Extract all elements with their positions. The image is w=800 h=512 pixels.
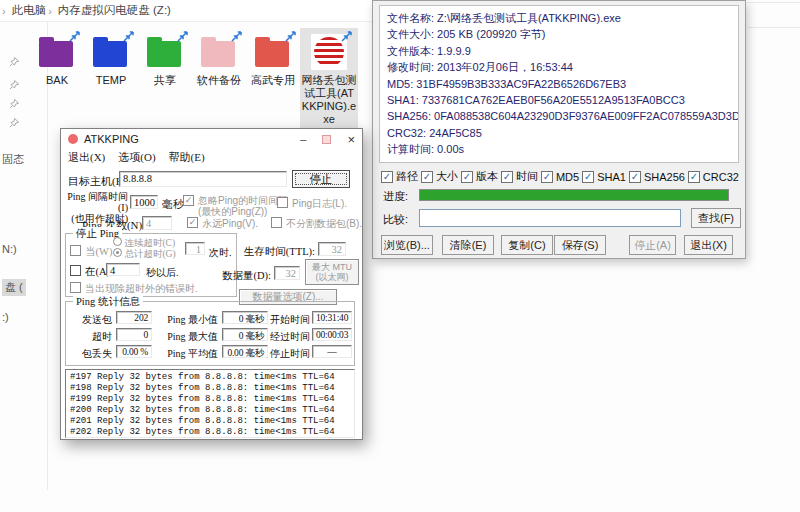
title-bar[interactable]: ATKKPING – ×	[61, 129, 362, 149]
stat-label: Ping 最大值	[156, 330, 218, 344]
compare-input[interactable]	[419, 209, 681, 227]
file-item-share[interactable]: 共享	[138, 28, 192, 89]
pin-icon[interactable]	[8, 79, 20, 91]
stop-after-checkbox[interactable]: 在(A)	[70, 265, 110, 279]
file-label: 网络丢包测试工具(ATKKPING).exe	[301, 74, 357, 126]
pin-icon[interactable]	[8, 56, 20, 68]
ttl-input[interactable]: 32	[318, 242, 346, 256]
atkkping-window: ATKKPING – × 退出(X) 选项(O) 帮助(E) 目标主机(H): …	[60, 128, 363, 440]
ping-forever-checkbox[interactable]: ✓ 永远Ping(V).	[187, 217, 258, 231]
ping-log-area[interactable]: #197 Reply 32 bytes from 8.8.8.8: time<1…	[65, 369, 355, 438]
no-split-checkbox[interactable]: 不分割数据包(B).	[271, 217, 362, 231]
file-name-line: 文件名称: Z:\网络丢包测试工具(ATKKPING).exe	[387, 10, 731, 26]
file-list: BAK TEMP 共享 软件备份 高武专用 网络丢包测试工具	[30, 28, 358, 128]
folder-icon	[199, 32, 239, 72]
stat-label: 发送包	[68, 313, 112, 327]
checkbox-version[interactable]: ✓版本	[461, 169, 498, 184]
folder-icon	[37, 32, 77, 72]
seconds-suffix-label: 秒以后.	[146, 266, 179, 280]
copy-button[interactable]: 复制(C)	[501, 235, 553, 255]
checkbox-icon	[70, 282, 81, 293]
target-host-input[interactable]: 8.8.8.8	[119, 171, 287, 187]
file-item-atkkping-exe[interactable]: 网络丢包测试工具(ATKKPING).exe	[300, 28, 358, 128]
checkbox-icon: ✓	[629, 171, 641, 183]
checkbox-label: 当出现除超时外的错误时.	[85, 282, 198, 296]
app-icon	[309, 32, 349, 72]
exit-button[interactable]: 退出(X)	[684, 235, 733, 255]
sidebar-item-drive-z[interactable]: 盘 (	[2, 279, 26, 296]
pin-icon[interactable]	[8, 98, 20, 110]
stop-on-error-checkbox[interactable]: 当出现除超时外的错误时.	[70, 282, 198, 296]
calc-time-line: 计算时间: 0.00s	[387, 141, 731, 157]
file-size-line: 文件大小: 205 KB (209920 字节)	[387, 26, 731, 42]
close-icon[interactable]: ×	[347, 132, 355, 147]
timeout-count-input[interactable]: 1	[185, 242, 205, 255]
maximize-icon[interactable]	[322, 135, 331, 144]
hash-info-panel[interactable]: 文件名称: Z:\网络丢包测试工具(ATKKPING).exe 文件大小: 20…	[379, 5, 739, 163]
file-item-special[interactable]: 高武专用	[246, 28, 300, 89]
folder-icon	[253, 32, 293, 72]
browse-button[interactable]: 浏览(B)...	[381, 235, 433, 255]
menu-options[interactable]: 选项(O)	[118, 150, 155, 165]
log-line: #198 Reply 32 bytes from 8.8.8.8: time<1…	[70, 383, 350, 394]
find-button[interactable]: 查找(F)	[691, 208, 741, 228]
stop-button[interactable]: 停止(A)	[629, 235, 676, 255]
data-size-input[interactable]: 32	[274, 266, 300, 280]
crc32-line: CRC32: 24AF5C85	[387, 125, 731, 141]
md5-line: MD5: 31BF4959B3B333AC9FA22B6526D67EB3	[387, 76, 731, 92]
radio-total-timeout[interactable]: 总计超时(G)	[113, 248, 176, 261]
checkbox-label: 路径	[396, 169, 418, 184]
max-mtu-button[interactable]: 最大 MTU (以太网)	[305, 259, 359, 285]
menu-help[interactable]: 帮助(E)	[169, 150, 205, 165]
menu-exit[interactable]: 退出(X)	[68, 150, 105, 165]
checkbox-path[interactable]: ✓路径	[381, 169, 418, 184]
checkbox-time[interactable]: ✓时间	[501, 169, 538, 184]
sidebar-item-drive[interactable]: :)	[2, 311, 9, 323]
checkbox-label: 时间	[516, 169, 538, 184]
save-button[interactable]: 保存(S)	[554, 235, 606, 255]
pin-icon[interactable]	[8, 117, 20, 129]
background-window-edge	[747, 27, 800, 28]
hash-tool-window: 文件名称: Z:\网络丢包测试工具(ATKKPING).exe 文件大小: 20…	[372, 0, 746, 259]
ping-log-checkbox[interactable]: Ping日志(L).	[277, 197, 347, 211]
breadcrumb-drive-z[interactable]: 内存虚拟闪电硬盘 (Z:)	[58, 3, 171, 18]
checkbox-size[interactable]: ✓大小	[421, 169, 458, 184]
stat-value: 0	[116, 328, 152, 341]
checkbox-icon: ✓	[187, 217, 198, 228]
clear-button[interactable]: 清除(E)	[442, 235, 494, 255]
radio-icon	[113, 248, 122, 257]
file-item-temp[interactable]: TEMP	[84, 28, 138, 89]
file-item-software-backup[interactable]: 软件备份	[192, 28, 246, 89]
checkbox-sha1[interactable]: ✓SHA1	[582, 171, 626, 183]
checkbox-sha256[interactable]: ✓SHA256	[629, 171, 685, 183]
checkbox-crc32[interactable]: ✓CRC32	[688, 171, 739, 183]
stat-value: 0.00 毫秒	[222, 345, 268, 358]
stat-label: Ping 最小值	[156, 313, 218, 327]
checkbox-icon: ✓	[541, 171, 553, 183]
checkbox-icon	[70, 265, 81, 276]
checkbox-label: CRC32	[703, 171, 739, 183]
breadcrumb-this-pc[interactable]: 此电脑	[12, 3, 47, 18]
checkbox-icon	[70, 245, 81, 256]
interval-input[interactable]: 1000	[130, 195, 158, 209]
file-label: BAK	[31, 74, 83, 87]
stop-after-seconds-input[interactable]: 4	[106, 263, 140, 276]
minimize-icon[interactable]: –	[300, 133, 306, 145]
sync-badge-icon	[176, 30, 189, 43]
ignore-interval-checkbox[interactable]: ✓ 忽略Ping的时间间隔(最快的Ping(Z))	[183, 195, 288, 217]
ping-count-input[interactable]: 4	[142, 216, 172, 230]
log-line: #197 Reply 32 bytes from 8.8.8.8: time<1…	[70, 372, 350, 383]
checkbox-icon: ✓	[461, 171, 473, 183]
stop-when-checkbox[interactable]: 当(W)	[70, 245, 112, 259]
file-item-bak[interactable]: BAK	[30, 28, 84, 89]
sidebar-item-ssd[interactable]: 固态	[2, 152, 24, 167]
sync-badge-icon	[284, 30, 297, 43]
sidebar-item-drive-n[interactable]: N:)	[2, 243, 17, 255]
file-label: 软件备份	[193, 74, 245, 87]
checkbox-icon: ✓	[381, 171, 393, 183]
ping-stop-button[interactable]: 停止	[292, 170, 350, 188]
sha256-line: SHA256: 0FA088538C604A23290D3F9376AE009F…	[387, 108, 731, 124]
hash-option-row: ✓路径 ✓大小 ✓版本 ✓时间 ✓MD5 ✓SHA1 ✓SHA256 ✓CRC3…	[381, 169, 739, 184]
checkbox-md5[interactable]: ✓MD5	[541, 171, 579, 183]
checkbox-label: SHA1	[597, 171, 626, 183]
